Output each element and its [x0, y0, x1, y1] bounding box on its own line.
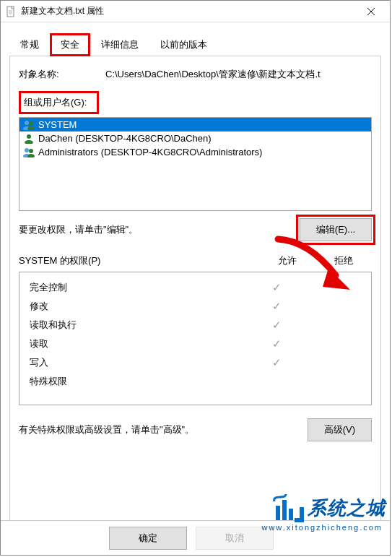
list-item-label: DaChen (DESKTOP-4KG8CRO\DaChen) [38, 133, 212, 144]
user-icon [22, 134, 35, 144]
advanced-button[interactable]: 高级(V) [308, 418, 372, 441]
permission-name: 完全控制 [30, 281, 248, 294]
permissions-grid: 完全控制✓修改✓读取和执行✓读取✓写入✓特殊权限 [19, 272, 372, 405]
users-listbox[interactable]: SYSTEMDaChen (DESKTOP-4KG8CRO\DaChen)Adm… [19, 117, 372, 211]
permission-name: 修改 [30, 300, 248, 313]
edit-button[interactable]: 编辑(E)... [300, 218, 372, 241]
group-users-label: 组或用户名(G): [19, 91, 99, 114]
edit-hint-text: 要更改权限，请单击"编辑"。 [19, 223, 138, 236]
list-item[interactable]: Administrators (DESKTOP-4KG8CRO\Administ… [19, 145, 371, 159]
svg-point-12 [25, 148, 29, 152]
list-item-label: Administrators (DESKTOP-4KG8CRO\Administ… [38, 147, 262, 157]
group-icon [22, 120, 35, 130]
watermark-url: www.xitongzhicheng.com [261, 523, 383, 532]
svg-point-7 [29, 121, 33, 126]
file-icon [5, 6, 17, 17]
permission-allow-check: ✓ [248, 300, 305, 313]
tab-previous[interactable]: 以前的版本 [149, 33, 218, 56]
permission-allow-check: ✓ [248, 319, 305, 332]
tab-security[interactable]: 安全 [50, 33, 90, 56]
permission-row: 读取和执行✓ [24, 316, 367, 334]
permissions-header-label: SYSTEM 的权限(P) [19, 254, 259, 267]
tabs: 常规 安全 详细信息 以前的版本 [9, 33, 381, 56]
permission-allow-check: ✓ [248, 337, 305, 350]
properties-window: 新建文本文档.txt 属性 常规 安全 详细信息 以前的版本 对象名称: C:\… [0, 0, 391, 556]
close-button[interactable] [357, 1, 386, 22]
list-item[interactable]: DaChen (DESKTOP-4KG8CRO\DaChen) [19, 131, 371, 145]
advanced-hint-text: 有关特殊权限或高级设置，请单击"高级"。 [19, 423, 194, 436]
permissions-col-allow: 允许 [259, 254, 315, 267]
object-name-label: 对象名称: [19, 68, 105, 81]
permission-allow-check: ✓ [248, 281, 305, 294]
svg-point-6 [25, 121, 29, 125]
permission-allow-check: ✓ [248, 356, 305, 369]
svg-point-10 [27, 134, 31, 139]
permission-name: 读取 [30, 337, 248, 350]
permission-row: 修改✓ [24, 297, 367, 316]
tab-panel-security: 对象名称: C:\Users\DaChen\Desktop\管家速修\新建文本文… [9, 56, 381, 530]
permission-row: 特殊权限 [24, 372, 367, 391]
list-item-label: SYSTEM [38, 119, 77, 130]
tab-general[interactable]: 常规 [9, 33, 50, 56]
permission-row: 写入✓ [24, 353, 367, 372]
svg-point-13 [29, 149, 33, 153]
title-bar: 新建文本文档.txt 属性 [1, 1, 390, 22]
tab-details[interactable]: 详细信息 [90, 33, 149, 56]
window-title: 新建文本文档.txt 属性 [21, 5, 357, 17]
permission-row: 完全控制✓ [24, 278, 367, 297]
object-name-value: C:\Users\DaChen\Desktop\管家速修\新建文本文档.t [105, 68, 372, 81]
permissions-col-deny: 拒绝 [315, 254, 372, 267]
svg-rect-0 [7, 7, 14, 17]
svg-point-11 [25, 140, 33, 144]
group-icon [22, 147, 35, 157]
permission-name: 特殊权限 [30, 375, 248, 388]
permission-row: 读取✓ [24, 334, 367, 353]
ok-button[interactable]: 确定 [109, 527, 187, 550]
permission-name: 写入 [30, 356, 248, 369]
list-item[interactable]: SYSTEM [19, 118, 371, 131]
permission-name: 读取和执行 [30, 319, 248, 332]
